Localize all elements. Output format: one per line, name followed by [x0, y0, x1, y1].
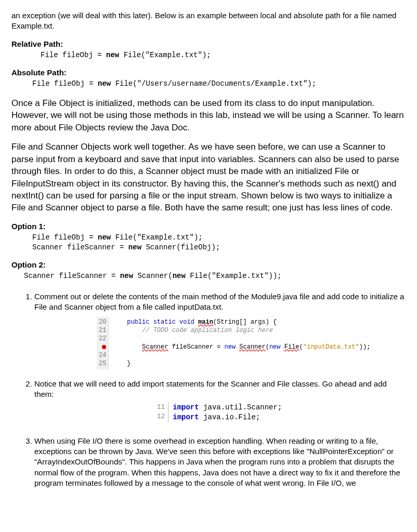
- option2-code: Scanner fileScanner = new Scanner(new Fi…: [24, 271, 406, 281]
- file-scanner-paragraph: File and Scanner Objects work well toget…: [11, 141, 406, 214]
- code-screenshot-1: 20 21 22 24 25 public static void main(S…: [97, 317, 406, 369]
- intro-paragraph: an exception (we will deal with this lat…: [11, 10, 406, 32]
- error-icon: [102, 345, 106, 349]
- step-3: When using File I/O there is some overhe…: [34, 436, 406, 488]
- absolute-path-label: Absolute Path:: [11, 68, 406, 78]
- relative-path-code: File fileObj = new File("Example.txt");: [41, 50, 406, 60]
- file-object-paragraph: Once a File Object is initialized, metho…: [11, 97, 406, 134]
- step-2: Notice that we will need to add import s…: [34, 379, 406, 422]
- relative-path-label: Relative Path:: [11, 39, 406, 49]
- code-screenshot-2: 11 12 import java.util.Scanner; import j…: [154, 403, 286, 422]
- option1-line1: File fileObj = new File("Example.txt");: [32, 233, 406, 243]
- step-1: Comment out or delete the contents of th…: [34, 291, 406, 369]
- option1-label: Option 1:: [11, 221, 406, 232]
- option1-line2: Scanner fileScanner = new Scanner(fileOb…: [32, 243, 406, 252]
- absolute-path-code: File fileObj = new File("/Users/username…: [32, 79, 406, 89]
- option2-label: Option 2:: [11, 260, 406, 270]
